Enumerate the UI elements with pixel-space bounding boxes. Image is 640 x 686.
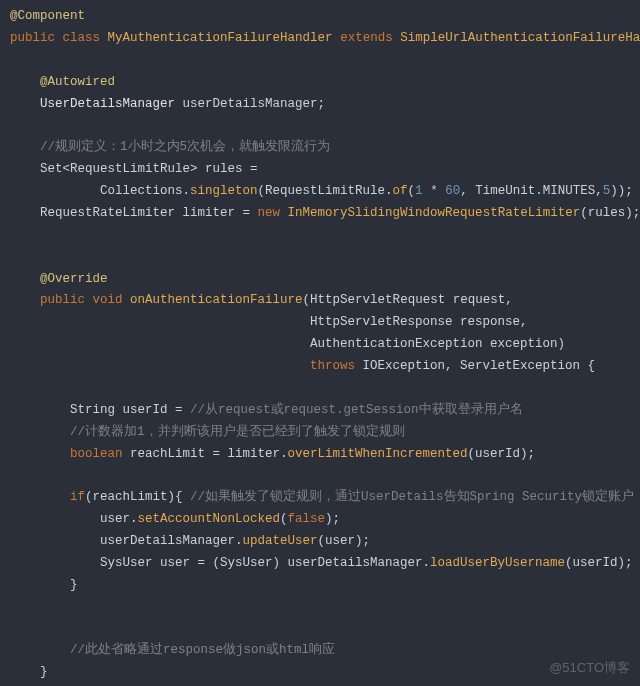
code-text: (HttpServletRequest request, [303, 293, 513, 307]
code-text: (RequestLimitRule. [258, 184, 393, 198]
code-text: (rules); [580, 206, 640, 220]
method-call: setAccountNonLocked [138, 512, 281, 526]
code-text: (userId); [468, 447, 536, 461]
number: 1 [415, 184, 423, 198]
method-call: loadUserByUsername [430, 556, 565, 570]
keyword-void: void [93, 293, 123, 307]
code-text: HttpServletResponse response, [310, 315, 528, 329]
brace: } [70, 578, 78, 592]
code-text [280, 206, 288, 220]
annotation: @Component [10, 9, 85, 23]
watermark: @51CTO博客 [549, 657, 630, 680]
brace: } [40, 665, 48, 679]
keyword-boolean: boolean [70, 447, 123, 461]
code-text: IOException, ServletException { [355, 359, 595, 373]
class-name: MyAuthenticationFailureHandler [108, 31, 333, 45]
keyword-public: public [10, 31, 55, 45]
keyword-new: new [258, 206, 281, 220]
code-text: AuthenticationException exception) [310, 337, 565, 351]
code-text: String userId = [70, 403, 190, 417]
code-text: RequestRateLimiter limiter = [40, 206, 258, 220]
code-text: user. [100, 512, 138, 526]
code-text: userDetailsManager. [100, 534, 243, 548]
extends-class: SimpleUrlAuthenticationFailureHandler [400, 31, 640, 45]
comment: //此处省略通过response做json或html响应 [70, 643, 335, 657]
code-text: ); [325, 512, 340, 526]
method-call: of [393, 184, 408, 198]
type: UserDetailsManager [40, 97, 175, 111]
code-text: * [423, 184, 446, 198]
identifier: userDetailsManager; [183, 97, 326, 111]
comment: //如果触发了锁定规则，通过UserDetails告知Spring Securi… [190, 490, 634, 504]
method-call: updateUser [243, 534, 318, 548]
code-text: (userId); [565, 556, 633, 570]
code-text: ( [408, 184, 416, 198]
keyword-class: class [63, 31, 101, 45]
comment: //从request或request.getSession中获取登录用户名 [190, 403, 523, 417]
code-text: Set<RequestLimitRule> rules = [40, 162, 258, 176]
code-text: Collections. [100, 184, 190, 198]
number: 60 [445, 184, 460, 198]
method-call: singleton [190, 184, 258, 198]
keyword-public: public [40, 293, 85, 307]
code-text: , TimeUnit.MINUTES, [460, 184, 603, 198]
code-text: (user); [318, 534, 371, 548]
comment: //计数器加1，并判断该用户是否已经到了触发了锁定规则 [70, 425, 405, 439]
keyword-throws: throws [310, 359, 355, 373]
annotation: @Override [40, 272, 108, 286]
code-text: ( [280, 512, 288, 526]
code-text: reachLimit = limiter. [123, 447, 288, 461]
comment: //规则定义：1小时之内5次机会，就触发限流行为 [40, 140, 330, 154]
code-text: )); [610, 184, 633, 198]
annotation: @Autowired [40, 75, 115, 89]
keyword-extends: extends [340, 31, 393, 45]
class-name: InMemorySlidingWindowRequestRateLimiter [288, 206, 581, 220]
method-call: overLimitWhenIncremented [288, 447, 468, 461]
method-name: onAuthenticationFailure [130, 293, 303, 307]
keyword-if: if [70, 490, 85, 504]
code-text: SysUser user = (SysUser) userDetailsMana… [100, 556, 430, 570]
boolean: false [288, 512, 326, 526]
code-block: @Component public class MyAuthentication… [0, 0, 640, 686]
code-text: (reachLimit){ [85, 490, 190, 504]
